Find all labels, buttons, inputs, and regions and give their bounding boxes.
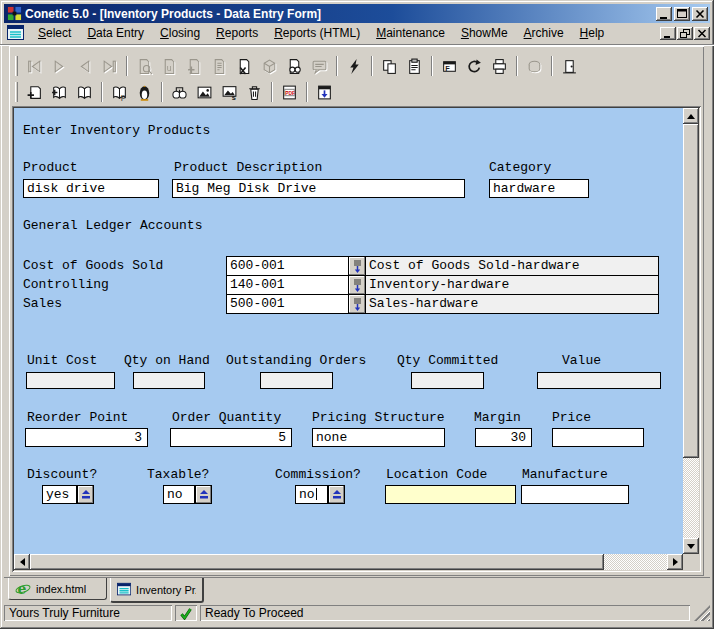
paste-icon [406,58,423,75]
copy-icon [381,58,398,75]
open-book-button[interactable] [72,80,97,104]
svg-text:u: u [167,62,172,72]
menu-item-closing[interactable]: Closing [152,24,208,43]
svg-text:F: F [445,63,450,72]
menu-item-archive[interactable]: Archive [516,24,572,43]
menu-item-reports-html[interactable]: Reports (HTML) [266,24,368,43]
spin-updown-icon [81,489,91,500]
form-button[interactable]: F [437,54,462,78]
product-description-field[interactable]: Big Meg Disk Drive [172,179,465,198]
print-icon [491,58,508,75]
order-quantity-field[interactable]: 5 [170,428,292,447]
add-record-icon [186,58,203,75]
scroll-down-button[interactable] [683,538,699,554]
gl-row-label: Cost of Goods Sold [23,258,163,273]
menu-item-reports[interactable]: Reports [208,24,266,43]
gl-account-field[interactable]: 500-001 [226,294,349,314]
lightning-button[interactable] [342,54,367,78]
pdf-icon: PDF [281,84,298,101]
commission-field[interactable]: no [295,485,328,504]
image-button[interactable] [192,80,217,104]
reorder-point-field[interactable]: 3 [25,428,148,447]
export-button[interactable] [312,80,337,104]
category-field[interactable]: hardware [489,179,589,198]
gl-lookup-button[interactable] [348,294,366,314]
maximize-button[interactable] [674,7,690,21]
paste-button[interactable] [402,54,427,78]
trash-button[interactable] [242,80,267,104]
gl-account-field[interactable]: 140-001 [226,275,349,295]
location-code-field[interactable] [385,485,516,504]
taxable-spinner[interactable] [195,485,212,504]
go-back-icon [76,58,93,75]
horizontal-scroll-thumb[interactable] [30,554,604,570]
menu-item-showme[interactable]: ShowMe [453,24,516,43]
price-field[interactable] [552,428,644,447]
discount-field[interactable]: yes [42,485,77,504]
new-record-button: u [157,54,182,78]
form-list-icon[interactable] [7,25,24,41]
exit-button[interactable] [557,54,582,78]
menu-item-select[interactable]: Select [30,24,79,43]
margin-field[interactable]: 30 [475,428,532,447]
mdi-restore-button[interactable] [677,27,693,40]
vertical-scrollbar[interactable] [683,108,699,554]
list-lookup-icon [352,278,363,293]
binoculars-button[interactable] [167,80,192,104]
application-window: Conetic 5.0 - [Inventory Products - Data… [0,0,714,629]
close-button[interactable] [692,7,708,21]
menu-item-data-entry[interactable]: Data Entry [79,24,152,43]
pricing-structure-field[interactable]: none [312,428,445,447]
toolbar-grip[interactable] [15,82,18,102]
penguin-button[interactable] [132,80,157,104]
mdi-close-icon [696,28,708,39]
open-book-p-button[interactable]: p [107,80,132,104]
category-label: Category [489,160,551,175]
vertical-scroll-thumb[interactable] [683,124,699,458]
mdi-close-button[interactable] [694,27,710,40]
down-arrow-icon [687,544,695,553]
open-book-add-button[interactable] [47,80,72,104]
image-save-button[interactable]: s [217,80,242,104]
commission-spinner[interactable] [328,485,345,504]
gl-account-field[interactable]: 600-001 [226,256,349,276]
resize-grip[interactable] [694,605,710,621]
mdi-minimize-button[interactable] [660,27,676,40]
new-book-icon [26,84,43,101]
product-label: Product [23,160,78,175]
gl-lookup-button[interactable] [348,256,366,276]
view-record-button[interactable] [282,54,307,78]
refresh-button[interactable] [462,54,487,78]
menu-item-help[interactable]: Help [572,24,613,43]
gl-lookup-button[interactable] [348,275,366,295]
toolbar-separator [306,82,308,102]
toolbar-grip[interactable] [15,56,18,76]
new-book-button[interactable] [22,80,47,104]
toolbar-separator [101,82,103,102]
margin-label: Margin [474,410,521,425]
scroll-up-button[interactable] [683,108,699,124]
tab-index-html[interactable]: e index.html [8,578,107,600]
horizontal-scrollbar[interactable] [14,554,683,570]
delete-record-button[interactable] [232,54,257,78]
menu-item-maintenance[interactable]: Maintenance [368,24,453,43]
product-field[interactable]: disk drive [23,179,159,198]
list-lookup-icon [352,259,363,274]
go-first-icon [26,58,43,75]
lightning-icon [346,58,363,75]
maximize-icon [675,7,689,21]
spin-updown-icon [199,489,209,500]
gl-row-label: Sales [23,296,62,311]
copy-button[interactable] [377,54,402,78]
print-button[interactable] [487,54,512,78]
taxable-field[interactable]: no [163,485,195,504]
tab-inventory-products[interactable]: Inventory Pr... [110,578,204,603]
scroll-right-button[interactable] [667,554,683,570]
manufacture-field[interactable] [521,485,629,504]
refresh-icon [466,58,483,75]
minimize-button[interactable] [656,7,672,21]
scroll-left-button[interactable] [14,554,30,570]
commission-label: Commission? [275,467,361,482]
discount-spinner[interactable] [77,485,94,504]
pdf-button[interactable]: PDF [277,80,302,104]
